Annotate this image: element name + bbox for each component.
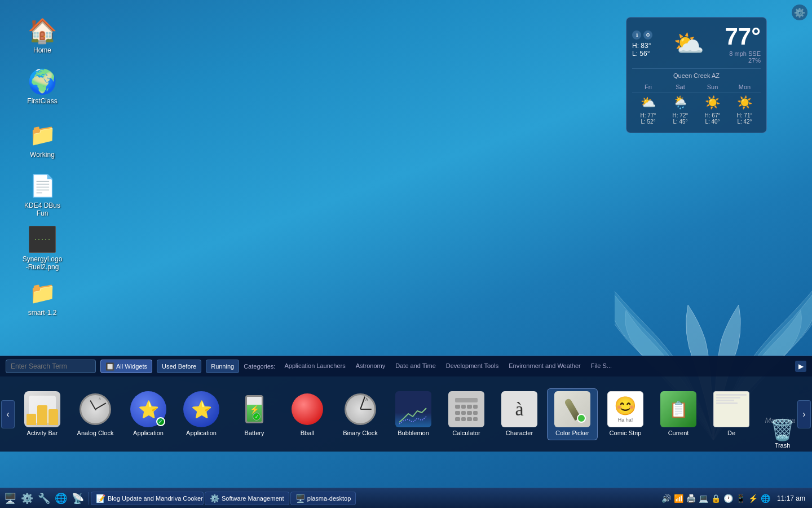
widget-item-bubbemon[interactable]: Bubblemon (388, 389, 439, 439)
mandriva-watermark: Mandriva (765, 416, 795, 424)
widget-label-application2: Application (186, 430, 217, 437)
weather-info-icon1[interactable]: ℹ (632, 30, 641, 40)
widget-item-application2[interactable]: ⭐ Application (176, 389, 227, 439)
weather-forecast: Fri ⛅ H: 77° L: 52° Sat 🌦️ H: 72° L: 45°… (632, 84, 761, 125)
systray-icon2[interactable]: 📶 (673, 493, 685, 504)
desktop-icon-kde4dbus[interactable]: 📄 KDE4 DBus Fun (17, 172, 68, 218)
desktop-icon-home[interactable]: 🏠 Home (17, 17, 68, 54)
widget-item-bball[interactable]: Bball (282, 389, 333, 439)
weather-day-sat: Sat 🌦️ H: 72° L: 45° (664, 84, 696, 125)
widget-label-activity-bar: Activity Bar (27, 430, 58, 437)
weather-widget: ℹ ⚙ H: 83° L: 56° ⛅ 77° 8 mph SSE 27% Qu… (626, 17, 767, 133)
widget-item-current[interactable]: 📋 Current (653, 389, 704, 439)
widget-panel: 🔲 All Widgets Used Before Running Catego… (0, 356, 812, 452)
weather-info-icon2[interactable]: ⚙ (643, 30, 652, 40)
panel-scroll-right[interactable]: › (797, 400, 811, 428)
taskbar: 🖥️ ⚙️ 🔧 🌐 📡 📝 Blog Update and Mandriva C… (0, 488, 812, 508)
widget-search-input[interactable] (6, 360, 96, 373)
desktop-icon-synergylogo[interactable]: ····· SynergyLogo -Ruel2.png (17, 226, 68, 271)
weather-cloud-icon: ⛅ (673, 29, 704, 58)
cat-application-launchers[interactable]: Application Launchers (280, 361, 350, 371)
systray-icon9[interactable]: 🌐 (760, 493, 771, 504)
widget-items-list: Activity Bar ∧ Analog Clock (0, 376, 812, 452)
weather-day-fri: Fri ⛅ H: 77° L: 52° (632, 84, 664, 125)
weather-day-sun: Sun ☀️ H: 67° L: 40° (696, 84, 729, 125)
taskbar-sep1 (88, 492, 89, 505)
blog-app-icon: 📝 (96, 494, 105, 503)
widget-item-analog-clock[interactable]: ∧ Analog Clock (70, 389, 121, 439)
softwaremgmt-app-icon: ⚙️ (210, 494, 219, 503)
corner-settings-btn[interactable]: ⚙️ (792, 5, 807, 20)
weather-low: L: 56° (632, 50, 652, 58)
filter-all-widgets[interactable]: 🔲 All Widgets (100, 360, 152, 373)
blog-app-label: Blog Update and Mandriva Cooker (108, 495, 203, 502)
weather-temperature: 77° (725, 23, 761, 50)
taskbar-app-plasma[interactable]: 🖥️ plasma-desktop (290, 492, 356, 505)
filter-used-before[interactable]: Used Before (157, 360, 201, 373)
widget-item-color-picker[interactable]: Color Picker (547, 388, 598, 440)
widget-item-battery[interactable]: ⚡ ✓ Battery (229, 389, 280, 439)
cat-development-tools[interactable]: Development Tools (442, 361, 503, 371)
trash-label: Trash (775, 442, 791, 449)
corner-settings-icon: ⚙️ (794, 7, 805, 18)
widget-label-comic-strip: Comic Strip (610, 430, 642, 437)
category-tabs: Application Launchers Astronomy Date and… (280, 361, 616, 371)
systray-icon6[interactable]: 🕐 (723, 493, 734, 504)
widget-item-activity-bar[interactable]: Activity Bar (17, 389, 68, 439)
cat-date-time[interactable]: Date and Time (391, 361, 440, 371)
widget-item-de[interactable]: De (706, 389, 757, 439)
weather-wind: 8 mph SSE (725, 50, 761, 57)
filter-running[interactable]: Running (206, 360, 239, 373)
cat-environment-weather[interactable]: Environment and Weather (504, 361, 585, 371)
widget-label-binary-clock: Binary Clock (343, 430, 378, 437)
taskbar-app-blog[interactable]: 📝 Blog Update and Mandriva Cooker (91, 492, 204, 505)
widget-label-current: Current (668, 430, 689, 437)
taskbar-icon-system[interactable]: 🖥️ (2, 491, 18, 506)
taskbar-app-softwaremgmt[interactable]: ⚙️ Software Management (205, 492, 289, 505)
cat-file-s[interactable]: File S... (586, 361, 616, 371)
widget-label-bubbemon: Bubblemon (398, 430, 429, 437)
categories-label: Categories: (244, 363, 275, 370)
weather-humidity: 27% (725, 57, 761, 64)
weather-high: H: 83° (632, 42, 652, 50)
widget-item-binary-clock[interactable]: ∧ Binary Clock (335, 389, 386, 439)
cat-astronomy[interactable]: Astronomy (351, 361, 390, 371)
icon-label-smart: smart-1.2 (28, 309, 57, 317)
taskbar-icon-network[interactable]: 📡 (70, 491, 86, 506)
systray-icon7[interactable]: 📱 (735, 493, 747, 504)
taskbar-clock[interactable]: 11:17 am (773, 494, 810, 502)
systray-icon8[interactable]: ⚡ (748, 493, 759, 504)
desktop-icon-working[interactable]: 📁 Working (17, 121, 68, 159)
widget-panel-header: 🔲 All Widgets Used Before Running Catego… (0, 356, 812, 376)
widget-label-application1: Application (133, 430, 164, 437)
icon-label-firstclass: FirstClass (27, 97, 57, 105)
widget-label-color-picker: Color Picker (555, 430, 589, 437)
widget-item-calculator[interactable]: Calculator (441, 389, 492, 439)
softwaremgmt-app-label: Software Management (222, 495, 284, 502)
widget-item-application1[interactable]: ⭐ ✓ Application (123, 389, 174, 439)
widget-label-de: De (727, 430, 735, 437)
widget-item-comic-strip[interactable]: 😊 Ha ha! Comic Strip (600, 389, 651, 439)
widget-label-analog-clock: Analog Clock (77, 430, 114, 437)
weather-location: Queen Creek AZ (632, 68, 761, 79)
icon-label-home: Home (33, 46, 51, 54)
categories-overflow-btn[interactable]: ▶ (795, 361, 806, 372)
taskbar-icon-browser[interactable]: 🌐 (53, 491, 69, 506)
systray-icon3[interactable]: 🖨️ (686, 493, 697, 504)
widget-label-calculator: Calculator (452, 430, 480, 437)
taskbar-icon-tools[interactable]: 🔧 (36, 491, 52, 506)
weather-day-mon: Mon ☀️ H: 71° L: 42° (729, 84, 761, 125)
system-tray: 🔊 📶 🖨️ 💻 🔒 🕐 📱 ⚡ 🌐 (661, 493, 771, 504)
icon-label-synergylogo: SynergyLogo -Ruel2.png (23, 255, 63, 271)
plasma-app-label: plasma-desktop (307, 495, 351, 502)
systray-icon1[interactable]: 🔊 (661, 493, 672, 504)
icon-label-working: Working (30, 151, 55, 159)
desktop-icon-smart[interactable]: 📁 smart-1.2 (17, 279, 68, 317)
plasma-app-icon: 🖥️ (295, 494, 305, 503)
desktop-icon-firstclass[interactable]: 🌍 FirstClass (17, 68, 68, 105)
taskbar-icon-settings[interactable]: ⚙️ (19, 491, 35, 506)
systray-icon4[interactable]: 💻 (698, 493, 709, 504)
systray-icon5[interactable]: 🔒 (710, 493, 722, 504)
panel-scroll-left[interactable]: ‹ (1, 400, 15, 428)
widget-item-character[interactable]: à Character (494, 389, 545, 439)
